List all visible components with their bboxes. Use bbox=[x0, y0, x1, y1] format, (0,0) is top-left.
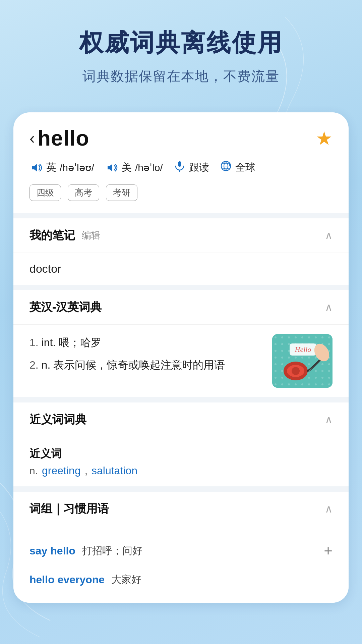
phrases-section-header: 词组｜习惯用语 ∧ bbox=[13, 492, 349, 526]
svg-text:Hello: Hello bbox=[295, 345, 311, 354]
svg-rect-0 bbox=[178, 161, 181, 167]
phrase-en-2[interactable]: hello everyone bbox=[29, 574, 105, 586]
exam-tags: 四级 高考 考研 bbox=[29, 184, 333, 201]
word-back[interactable]: ‹ hello bbox=[29, 126, 89, 151]
dict-entry: 1. int. 喂；哈罗 2. n. 表示问候，惊奇或唤起注意时的用语 bbox=[29, 334, 333, 388]
tag-cet4: 四级 bbox=[29, 184, 61, 201]
phrase-item-2: hello everyone 大家好 bbox=[29, 566, 333, 593]
phrase-zh-2: 大家好 bbox=[111, 573, 141, 587]
synonym-row: n. greeting , salutation bbox=[29, 465, 333, 477]
synonym-chevron-icon[interactable]: ∧ bbox=[325, 413, 333, 426]
dict-section: 英汉-汉英词典 ∧ 1. int. 喂；哈罗 2. n. 表示问候，惊奇或唤起注… bbox=[13, 290, 349, 397]
dict-def-2: 2. n. 表示问候，惊奇或唤起注意时的用语 bbox=[29, 357, 264, 374]
def-num-2: 2. bbox=[29, 359, 39, 371]
phrase-add-1-icon[interactable]: + bbox=[324, 542, 333, 559]
synonym-word-1[interactable]: greeting bbox=[42, 465, 81, 477]
notes-section: 我的笔记 编辑 ∧ doctor bbox=[13, 218, 349, 285]
notes-edit-button[interactable]: 编辑 bbox=[82, 229, 101, 242]
phrases-title: 词组｜习惯用语 bbox=[29, 501, 109, 517]
american-pron[interactable]: 美 /həˈlo/ bbox=[105, 161, 163, 174]
phrase-zh-1: 打招呼；问好 bbox=[82, 544, 142, 558]
phrases-section: 词组｜习惯用语 ∧ say hello 打招呼；问好 + hello every… bbox=[13, 492, 349, 603]
def-meaning-1: 喂；哈罗 bbox=[59, 336, 102, 348]
uk-phonetic: /həˈləʊ/ bbox=[60, 162, 94, 173]
word-display: hello bbox=[38, 126, 89, 151]
back-arrow[interactable]: ‹ bbox=[29, 130, 35, 146]
dict-section-header: 英汉-汉英词典 ∧ bbox=[13, 290, 349, 325]
def-pos-1: int. bbox=[42, 336, 59, 348]
global-icon bbox=[220, 160, 232, 175]
dict-body: 1. int. 喂；哈罗 2. n. 表示问候，惊奇或唤起注意时的用语 bbox=[13, 325, 349, 397]
notes-section-header: 我的笔记 编辑 ∧ bbox=[13, 218, 349, 253]
dict-def-1: 1. int. 喂；哈罗 bbox=[29, 334, 264, 351]
us-label: 美 bbox=[122, 161, 132, 174]
global-label: 全球 bbox=[235, 161, 255, 174]
def-num-1: 1. bbox=[29, 336, 39, 348]
dict-definitions: 1. int. 喂；哈罗 2. n. 表示问候，惊奇或唤起注意时的用语 bbox=[29, 334, 264, 388]
synonym-category-label: 近义词 bbox=[29, 446, 333, 461]
def-meaning-2: 表示问候，惊奇或唤起注意时的用语 bbox=[53, 359, 225, 371]
notes-chevron-icon[interactable]: ∧ bbox=[325, 229, 333, 242]
speaker-uk-icon[interactable] bbox=[29, 161, 43, 174]
global-pronunciation[interactable]: 全球 bbox=[220, 160, 255, 175]
favorite-star-icon[interactable]: ★ bbox=[316, 127, 333, 149]
phrases-chevron-icon[interactable]: ∧ bbox=[325, 502, 333, 515]
sub-title: 词典数据保留在本地，不费流量 bbox=[20, 67, 342, 86]
main-title: 权威词典离线使用 bbox=[20, 27, 342, 59]
notes-title: 我的笔记 bbox=[29, 228, 75, 243]
tag-kaoyan: 考研 bbox=[106, 184, 137, 201]
def-pos-2: n. bbox=[42, 359, 54, 371]
synonym-body: 近义词 n. greeting , salutation bbox=[13, 437, 349, 486]
dictionary-card: ‹ hello ★ 英 /həˈləʊ/ bbox=[13, 112, 349, 603]
synonym-section: 近义词词典 ∧ 近义词 n. greeting , salutation bbox=[13, 402, 349, 486]
synonym-title: 近义词词典 bbox=[29, 412, 86, 427]
synonym-section-header: 近义词词典 ∧ bbox=[13, 402, 349, 437]
speaker-us-icon[interactable] bbox=[105, 161, 118, 174]
follow-label: 跟读 bbox=[189, 161, 209, 174]
phrase-left-1: say hello 打招呼；问好 bbox=[29, 544, 142, 558]
notes-content: doctor bbox=[29, 262, 61, 275]
dict-title: 英汉-汉英词典 bbox=[29, 300, 102, 315]
dict-chevron-icon[interactable]: ∧ bbox=[325, 301, 333, 314]
svg-point-10 bbox=[292, 367, 300, 375]
notes-body: doctor bbox=[13, 253, 349, 285]
microphone-icon bbox=[174, 160, 186, 175]
uk-label: 英 bbox=[46, 161, 56, 174]
hello-image: Hello bbox=[272, 334, 333, 388]
british-pron[interactable]: 英 /həˈləʊ/ bbox=[29, 161, 94, 174]
phrase-item-1: say hello 打招呼；问好 + bbox=[29, 536, 333, 566]
synonym-word-2[interactable]: salutation bbox=[92, 465, 137, 477]
phrases-body: say hello 打招呼；问好 + hello everyone 大家好 bbox=[13, 526, 349, 603]
tag-gaokao: 高考 bbox=[68, 184, 99, 201]
synonym-pos: n. bbox=[29, 465, 38, 477]
phrase-en-1[interactable]: say hello bbox=[29, 545, 75, 557]
us-phonetic: /həˈlo/ bbox=[135, 162, 163, 173]
phrase-left-2: hello everyone 大家好 bbox=[29, 573, 141, 587]
follow-read[interactable]: 跟读 bbox=[174, 160, 209, 175]
pronunciation-row: 英 /həˈləʊ/ 美 /həˈlo/ bbox=[29, 160, 333, 175]
word-header: ‹ hello ★ 英 /həˈləʊ/ bbox=[13, 112, 349, 213]
